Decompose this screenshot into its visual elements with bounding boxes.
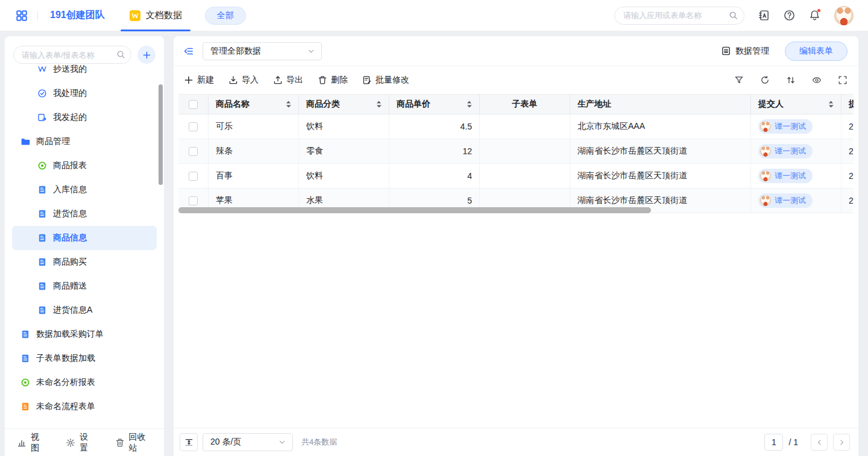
sidebar-item[interactable]: 商品管理	[12, 130, 157, 154]
sidebar-item-label: 商品信息	[53, 233, 87, 243]
cc-icon	[37, 64, 47, 74]
fullscreen-icon[interactable]	[838, 75, 848, 85]
sidebar-item[interactable]: 进货信息	[12, 202, 157, 226]
sidebar-item[interactable]: 子表单数据加载	[12, 346, 157, 370]
sort-icon[interactable]	[286, 101, 291, 108]
trash-outline-icon	[115, 438, 125, 448]
column-header-subform: 子表单	[480, 95, 570, 114]
sidebar-item[interactable]: 商品报表	[12, 154, 157, 178]
collapse-sidebar-icon[interactable]	[183, 46, 194, 57]
row-checkbox[interactable]	[189, 122, 198, 131]
submitter-name: 谭一测试	[775, 121, 806, 132]
notification-bell-icon[interactable]	[809, 10, 820, 21]
new-label: 新建	[197, 75, 214, 86]
cell-time: 20	[841, 139, 854, 163]
sidebar-item[interactable]: 数据加载采购订单	[12, 322, 157, 346]
column-header-submitter[interactable]: 提交人	[751, 95, 841, 114]
sidebar-item[interactable]: 抄送我的	[12, 63, 157, 81]
sidebar-item[interactable]: 未命名分析报表	[12, 370, 157, 395]
data-manage-button[interactable]: 数据管理	[721, 46, 769, 57]
scope-all-pill[interactable]: 全部	[205, 7, 246, 25]
delete-button[interactable]: 删除	[318, 75, 348, 86]
submitter-pill[interactable]: 谭一测试	[758, 169, 813, 183]
recycle-button[interactable]: 回收站	[115, 432, 153, 454]
visibility-icon[interactable]	[812, 75, 822, 85]
refresh-icon[interactable]	[760, 75, 770, 85]
submitter-pill[interactable]: 谭一测试	[758, 119, 813, 134]
filter-icon[interactable]	[734, 75, 744, 85]
user-avatar[interactable]	[834, 6, 854, 25]
sidebar-scrollbar[interactable]	[159, 84, 163, 185]
table-row[interactable]: 辣条零食12湖南省长沙市岳麓区天顶街道谭一测试20	[178, 139, 854, 164]
data-manage-label: 数据管理	[735, 46, 769, 57]
submitter-pill[interactable]: 谭一测试	[758, 144, 813, 158]
row-checkbox[interactable]	[189, 196, 198, 205]
import-button[interactable]: 导入	[228, 75, 259, 86]
tab-document-data[interactable]: 文档数据	[129, 0, 182, 31]
cell-address: 北京市东城区AAA	[570, 114, 751, 139]
select-all-checkbox[interactable]	[189, 100, 198, 109]
sidebar-item[interactable]: 商品购买	[12, 250, 157, 274]
doc-blue-icon	[37, 233, 47, 243]
total-count-text: 共4条数据	[301, 437, 337, 448]
row-checkbox[interactable]	[189, 147, 198, 156]
cell-time: 20	[841, 164, 854, 188]
add-form-button[interactable]	[137, 46, 156, 64]
column-header-category[interactable]: 商品分类	[299, 95, 389, 114]
batch-edit-button[interactable]: 批量修改	[362, 75, 409, 86]
sidebar-item[interactable]: 商品赠送	[12, 274, 157, 298]
sidebar-item[interactable]: 未命名流程表单	[12, 395, 157, 419]
app-grid-icon[interactable]	[16, 10, 28, 22]
sidebar-item[interactable]: 商品信息	[12, 226, 157, 250]
column-label: 商品单价	[397, 99, 430, 110]
submitter-name: 谭一测试	[775, 146, 806, 157]
export-button[interactable]: 导出	[273, 75, 303, 86]
row-checkbox[interactable]	[189, 172, 198, 181]
data-view-select[interactable]: 管理全部数据	[203, 42, 322, 60]
cell-submitter: 谭一测试	[751, 164, 841, 188]
horizontal-scrollbar[interactable]	[178, 207, 651, 213]
table-row[interactable]: 百事饮料4湖南省长沙市岳麓区天顶街道谭一测试20	[178, 164, 854, 189]
import-icon	[228, 75, 238, 85]
settings-button[interactable]: 设置	[66, 432, 95, 454]
sidebar-search-input[interactable]	[13, 46, 131, 64]
doc-blue-icon	[37, 185, 47, 195]
contacts-icon[interactable]	[758, 10, 770, 21]
next-page-button[interactable]	[833, 434, 850, 451]
import-label: 导入	[242, 75, 259, 86]
help-icon[interactable]	[784, 10, 795, 21]
sidebar-item-label: 抄送我的	[53, 64, 87, 75]
sidebar-item-label: 商品赠送	[53, 281, 87, 292]
column-header-name[interactable]: 商品名称	[209, 95, 299, 114]
data-table: 商品名称商品分类商品单价子表单生产地址提交人提交时间可乐饮料4.5北京市东城区A…	[178, 94, 854, 213]
column-header-price[interactable]: 商品单价	[389, 95, 480, 114]
edit-form-button[interactable]: 编辑表单	[785, 42, 848, 61]
sidebar-item-label: 进货信息A	[53, 305, 92, 316]
submitter-pill[interactable]: 谭一测试	[758, 193, 813, 208]
new-button[interactable]: 新建	[184, 75, 214, 86]
sort-icon[interactable]	[376, 101, 382, 108]
global-search	[614, 7, 744, 25]
table-row[interactable]: 可乐饮料4.5北京市东城区AAA谭一测试20	[178, 114, 854, 139]
document-data-icon	[129, 10, 141, 22]
sort-icon[interactable]	[467, 101, 472, 108]
search-icon	[116, 50, 125, 59]
report-icon	[37, 161, 47, 170]
sidebar-item[interactable]: 我发起的	[12, 105, 157, 130]
page-size-select[interactable]: 20 条/页	[203, 433, 293, 451]
navbar-divider	[37, 11, 38, 20]
toolbar-right	[734, 75, 848, 85]
views-button[interactable]: 视图	[17, 432, 46, 454]
row-height-button[interactable]	[180, 433, 198, 451]
cell-category: 饮料	[299, 164, 389, 188]
team-name[interactable]: 191创建团队	[50, 9, 105, 22]
sort-icon[interactable]	[786, 75, 796, 85]
prev-page-button[interactable]	[811, 434, 828, 451]
current-page-box[interactable]: 1	[764, 434, 783, 451]
global-search-input[interactable]	[614, 7, 744, 25]
sort-icon[interactable]	[828, 101, 834, 108]
sidebar-item[interactable]: 进货信息A	[12, 298, 157, 322]
sidebar-item[interactable]: 我处理的	[12, 81, 157, 105]
views-label: 视图	[31, 432, 46, 454]
sidebar-item[interactable]: 入库信息	[12, 178, 157, 202]
